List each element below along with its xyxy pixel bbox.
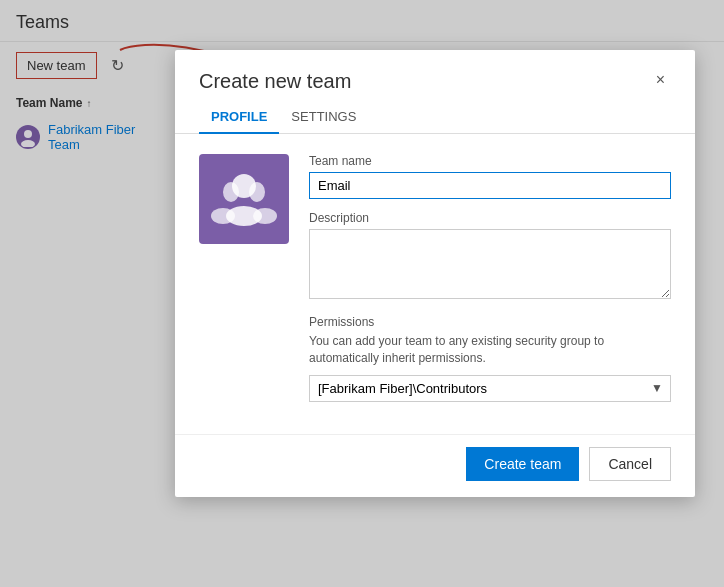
permissions-select-wrapper: [Fabrikam Fiber]\Contributors [Fabrikam … [309, 375, 671, 402]
description-input[interactable] [309, 229, 671, 299]
team-name-label: Team name [309, 154, 671, 168]
team-name-input[interactable] [309, 172, 671, 199]
team-name-group: Team name [309, 154, 671, 199]
create-team-modal: Create new team × PROFILE SETTINGS [175, 50, 695, 497]
tab-profile[interactable]: PROFILE [199, 101, 279, 134]
permissions-label: Permissions [309, 315, 671, 329]
create-team-button[interactable]: Create team [466, 447, 579, 481]
svg-point-3 [223, 182, 239, 202]
modal-footer: Create team Cancel [175, 434, 695, 497]
svg-point-4 [249, 182, 265, 202]
permissions-select[interactable]: [Fabrikam Fiber]\Contributors [Fabrikam … [309, 375, 671, 402]
svg-point-6 [211, 208, 235, 224]
description-group: Description [309, 211, 671, 303]
tab-settings[interactable]: SETTINGS [279, 101, 368, 134]
team-avatar-large [199, 154, 289, 244]
modal-header: Create new team × [175, 50, 695, 101]
description-label: Description [309, 211, 671, 225]
permissions-description: You can add your team to any existing se… [309, 333, 671, 367]
modal-body: Team name Description Permissions You ca… [175, 134, 695, 434]
permissions-group: Permissions You can add your team to any… [309, 315, 671, 402]
modal-tabs: PROFILE SETTINGS [175, 101, 695, 134]
close-button[interactable]: × [650, 70, 671, 90]
svg-point-7 [253, 208, 277, 224]
cancel-button[interactable]: Cancel [589, 447, 671, 481]
modal-title: Create new team [199, 70, 351, 93]
form-section: Team name Description Permissions You ca… [309, 154, 671, 414]
